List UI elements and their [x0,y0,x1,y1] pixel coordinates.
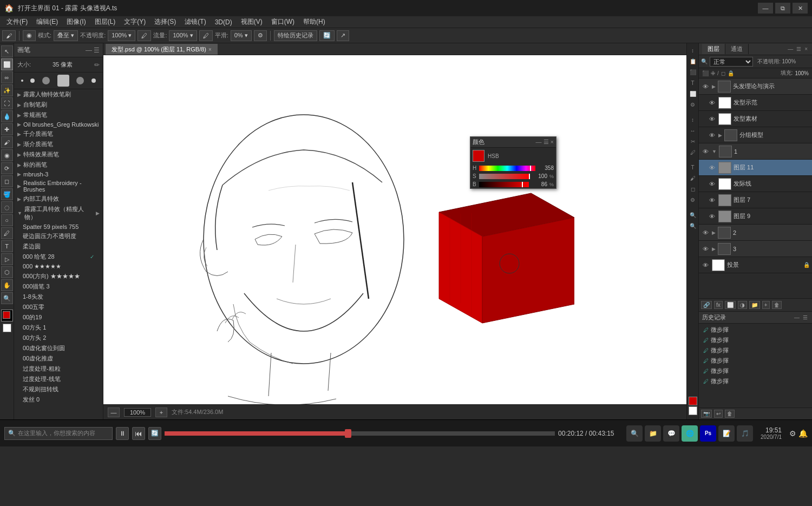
brush-group-4[interactable]: ▶ 千介质画笔 [14,129,103,139]
layer-eye-9[interactable]: 👁 [708,212,716,221]
notification-icon[interactable]: 🔔 [798,429,808,438]
history-item-3[interactable]: 🖊 微步揮 [700,356,811,366]
brush-panel-collapse[interactable]: — [86,47,92,54]
settings-icon[interactable]: ⚙ [789,429,796,438]
brush-item-7[interactable]: 1-8头发 [14,292,103,302]
history-item-2[interactable]: 🖊 微步揮 [700,345,811,356]
foreground-color-swatch[interactable] [473,150,484,162]
tool-healing[interactable]: ✚ [1,123,13,135]
layer-eye-7[interactable]: 👁 [708,196,716,205]
rmt-btn-5[interactable]: ⚙ [688,100,698,109]
brush-group-9[interactable]: ▶ Realistic Embroidery - Brushes [14,179,103,194]
history-item-1[interactable]: 🖊 微步揮 [700,335,811,345]
layer-eye-model[interactable]: 👁 [708,131,716,140]
add-mask-btn[interactable]: ⬜ [725,301,736,309]
brush-item-11[interactable]: 00方头 2 [14,333,103,343]
tool-wand[interactable]: ✨ [1,84,13,96]
brush-group-2[interactable]: ▶ 常规画笔 [14,110,103,120]
brush-item-17[interactable]: 发丝 0 [14,395,103,405]
tool-pen[interactable]: 🖊 [1,227,13,239]
layer-group-3[interactable]: 👁 ▶ 3 [699,241,812,257]
prev-frame-button[interactable]: ⏮ [132,427,145,440]
taskbar-app-folder[interactable]: 📁 [645,425,661,442]
tool-blur[interactable]: ◌ [1,201,13,213]
menu-window[interactable]: 窗口(W) [267,16,299,28]
brush-item-5[interactable]: 000(方向) ★★★★★ [14,271,103,281]
fg-color-swatch[interactable] [1,310,13,321]
brush-panel-menu[interactable]: ☰ [94,47,100,54]
history-state-btn[interactable]: ↩ [714,410,723,418]
brush-size-edit[interactable]: ✏ [94,61,100,69]
add-layer-btn[interactable]: + [762,301,770,309]
brush-group-6[interactable]: ▶ 特殊效果画笔 [14,149,103,160]
tool-options[interactable]: ◉ [23,30,36,41]
tool-brush[interactable]: 🖌 [2,30,16,41]
rmt-btn-8[interactable]: ✂ [688,136,698,146]
rmt-btn-14[interactable]: 🔍 [688,210,698,220]
layer-item-7[interactable]: 👁 图层 7 [699,192,812,208]
layer-eye-faxing[interactable]: 👁 [708,115,716,123]
layer-eye-fanxing[interactable]: 👁 [708,98,716,107]
canvas-tab-close[interactable]: × [208,47,212,52]
rmt-btn-7[interactable]: ↔ [688,126,698,135]
menu-edit[interactable]: 编辑(E) [32,16,62,28]
lock-btn3[interactable]: ◻ [721,70,725,76]
layer-item-model[interactable]: 👁 ▶ 分组模型 [699,127,812,143]
taskbar-app-ps[interactable]: Ps [700,425,716,442]
brush-group-7[interactable]: ▶ 标的画笔 [14,160,103,170]
minimize-button[interactable]: — [758,3,773,14]
rmt-btn-3[interactable]: T [688,78,698,88]
brush-item-1[interactable]: 硬边圆压力不透明度 [14,231,103,241]
tool-hand[interactable]: ✋ [1,279,13,291]
tool-dodge[interactable]: ○ [1,214,13,226]
right-bg-color[interactable] [689,406,697,415]
tool-brush-tool[interactable]: 🖌 [1,136,13,148]
layer-eye-g1[interactable]: 👁 [701,147,710,156]
layer-eye-faji[interactable]: 👁 [708,180,716,188]
tab-channels[interactable]: 通道 [725,44,749,54]
add-adjustment-btn[interactable]: ◑ [738,301,747,309]
rmt-btn-11[interactable]: 🖌 [688,173,698,183]
menu-filter[interactable]: 滤镜(T) [180,16,210,28]
zoom-out-button[interactable]: — [108,408,120,417]
menu-3d[interactable]: 3D(D) [211,17,237,27]
taskbar-app-browser[interactable]: 🌐 [682,425,698,442]
brush-group-8[interactable]: ▶ mbrush-3 [14,170,103,179]
layer-expand-0[interactable]: ▶ [712,84,716,89]
brush-item-2[interactable]: 柔边圆 [14,241,103,252]
delete-state-btn[interactable]: 🗑 [725,410,735,418]
tool-shape[interactable]: ⬡ [1,266,13,278]
color-panel-close[interactable]: × [551,139,554,146]
zoom-in-button[interactable]: + [155,408,167,417]
rmt-btn-15[interactable]: 🔍 [688,221,698,231]
tool-crop[interactable]: ⛶ [1,97,13,109]
layer-eye-g2[interactable]: 👁 [701,228,710,237]
add-style-btn[interactable]: fx [714,301,723,309]
blend-mode-select[interactable]: 正常 [710,57,753,67]
close-button[interactable]: ✕ [793,3,808,14]
panel-min-btn[interactable]: — [787,46,794,52]
rmt-btn-13[interactable]: ⚙ [688,195,698,205]
rmt-btn-2[interactable]: ⬛ [688,67,698,77]
new-snapshot-btn[interactable]: 📷 [701,410,712,418]
canvas-viewport[interactable]: 颜色 — ☰ × HSB H 358 [103,55,686,404]
menu-help[interactable]: 帮助(H) [299,16,330,28]
brush-item-16[interactable]: 不规则扭转线 [14,384,103,395]
brush-item-13[interactable]: 00虚化推虚 [14,353,103,364]
brush-group-0[interactable]: ▶ 露露人物特效笔刷 [14,89,103,100]
mode-value[interactable]: 叠至 ▾ [54,30,78,41]
rmt-btn-9[interactable]: 🖊 [688,147,698,157]
tool-lasso[interactable]: ∞ [1,71,13,83]
brush-group-11[interactable]: ▼ 露露工具特效（精瘦人物） ▶ [14,204,103,222]
opacity-value[interactable]: 100% ▾ [108,30,135,41]
brush-group-10[interactable]: ▶ 内部工具特效 [14,194,103,204]
menu-file[interactable]: 文件(F) [2,16,32,28]
link-layers-btn[interactable]: 🔗 [701,301,712,309]
menu-image[interactable]: 图像(I) [62,16,90,28]
rmt-btn-0[interactable]: ↕ [688,45,698,55]
layer-eye-g3[interactable]: 👁 [701,245,710,253]
tool-eraser[interactable]: ◻ [1,175,13,187]
layer-expand-g3[interactable]: ▶ [712,246,716,252]
history-min-btn[interactable]: — [793,314,801,320]
delete-layer-btn[interactable]: 🗑 [772,301,782,309]
